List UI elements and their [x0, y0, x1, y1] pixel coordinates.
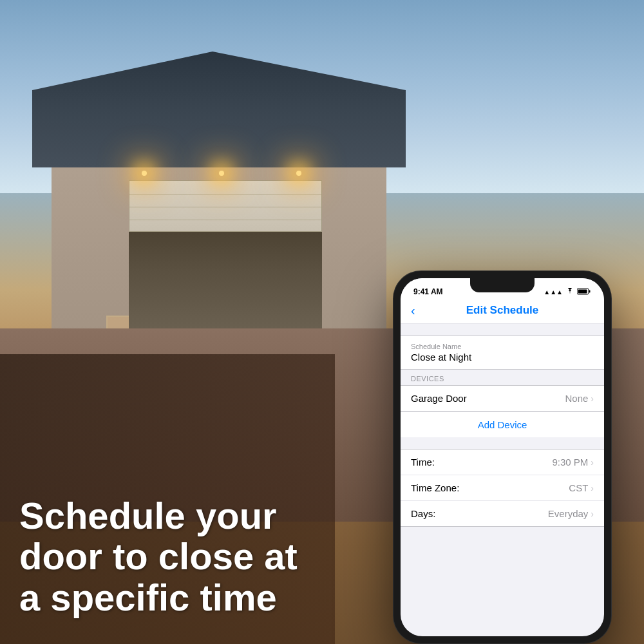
svg-rect-1: [589, 290, 591, 292]
marketing-headline: Schedule your door to close at a specifi…: [19, 495, 328, 618]
garage-door-line-1: [129, 194, 321, 194]
svg-rect-2: [578, 289, 587, 293]
status-time: 9:41 AM: [413, 287, 443, 296]
phone-body: 9:41 AM ▲▲▲: [393, 270, 612, 644]
timezone-label: Time Zone:: [411, 482, 459, 493]
days-label: Days:: [411, 508, 435, 519]
timezone-chevron-icon: ›: [591, 483, 594, 493]
signal-icon: ▲▲▲: [544, 289, 563, 296]
days-chevron-icon: ›: [591, 509, 594, 519]
phone-notch: [470, 278, 535, 292]
time-value-group: 9:30 PM ›: [552, 457, 594, 468]
wifi-icon: [565, 288, 574, 296]
days-value-group: Everyday ›: [548, 508, 594, 519]
back-button[interactable]: ‹: [411, 303, 415, 318]
schedule-name-form: Schedule Name Close at Night: [401, 336, 604, 370]
add-device-label: Add Device: [478, 419, 527, 430]
schedule-name-section: Schedule Name Close at Night: [401, 336, 604, 370]
schedule-name-value: Close at Night: [411, 352, 594, 363]
timezone-value-group: CST ›: [569, 482, 594, 493]
settings-section: Time: 9:30 PM › Time Zone: CST ›: [401, 449, 604, 527]
schedule-name-row[interactable]: Schedule Name Close at Night: [401, 336, 604, 369]
devices-section-label: DEVICES: [401, 370, 604, 385]
time-label: Time:: [411, 457, 435, 468]
status-icons: ▲▲▲: [544, 288, 591, 296]
time-row[interactable]: Time: 9:30 PM ›: [401, 450, 604, 475]
back-chevron-icon: ‹: [411, 303, 415, 318]
timezone-row[interactable]: Time Zone: CST ›: [401, 475, 604, 501]
garage-door-line-2: [129, 207, 321, 207]
time-value: 9:30 PM: [552, 457, 588, 468]
garage-door-line-3: [129, 220, 321, 220]
add-device-button[interactable]: Add Device: [401, 412, 604, 437]
nav-title: Edit Schedule: [466, 304, 538, 317]
garage-door-value-group: None ›: [565, 393, 594, 404]
garage-door-row[interactable]: Garage Door None ›: [401, 385, 604, 412]
garage-light-left: [142, 171, 147, 176]
days-value: Everyday: [548, 508, 589, 519]
days-row[interactable]: Days: Everyday ›: [401, 501, 604, 526]
phone-mockup: 9:41 AM ▲▲▲: [393, 270, 612, 644]
nav-bar: ‹ Edit Schedule: [401, 299, 604, 324]
garage-door-label: Garage Door: [411, 393, 467, 404]
garage-door-value: None: [565, 393, 588, 404]
garage-light-right: [296, 171, 301, 176]
garage-light-center: [219, 171, 224, 176]
app-content: Schedule Name Close at Night DEVICES Gar…: [401, 324, 604, 527]
schedule-name-label: Schedule Name: [411, 343, 594, 350]
devices-section: DEVICES Garage Door None › Add Device: [401, 370, 604, 437]
battery-icon: [577, 288, 591, 296]
phone-screen: 9:41 AM ▲▲▲: [401, 278, 604, 636]
garage-door: [129, 180, 322, 232]
garage-door-chevron-icon: ›: [591, 393, 594, 404]
time-chevron-icon: ›: [591, 457, 594, 468]
timezone-value: CST: [569, 482, 588, 493]
